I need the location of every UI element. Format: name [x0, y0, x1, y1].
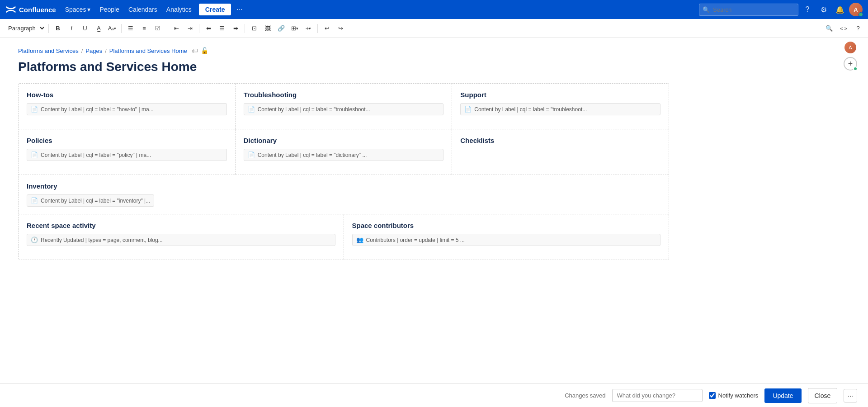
align-center-button[interactable]: ☰ — [216, 22, 228, 35]
toolbar-divider-6 — [317, 24, 318, 33]
inventory-cell: Inventory 📄 Content by Label | cql = lab… — [19, 175, 669, 214]
how-tos-title: How-tos — [27, 91, 227, 99]
how-tos-macro[interactable]: 📄 Content by Label | cql = label = "how-… — [27, 103, 227, 115]
troubleshooting-title: Troubleshooting — [244, 91, 444, 99]
document-icon-5: 📄 — [248, 151, 255, 158]
contributors-macro-text: Contributors | order = update | limit = … — [366, 237, 465, 243]
topnav-right: 🔍 ? ⚙ 🔔 A — [699, 2, 863, 17]
cursor-position — [460, 151, 464, 155]
right-float-panel: A + — [844, 41, 857, 71]
recent-activity-macro[interactable]: 🕐 Recently Updated | types = page, comme… — [27, 234, 335, 246]
dictionary-macro-text: Content by Label | cql = label = "dictio… — [258, 152, 367, 158]
toolbar-divider-1 — [48, 24, 49, 33]
search-wrap: 🔍 — [699, 4, 798, 16]
expand-button[interactable]: ⊡ — [248, 22, 260, 35]
inventory-title: Inventory — [27, 182, 660, 190]
restrict-icon[interactable]: 🔓 — [201, 47, 208, 54]
toolbar-divider-3 — [167, 24, 167, 33]
dictionary-title: Dictionary — [244, 137, 444, 144]
insert-table-button[interactable]: ⊞ ▾ — [288, 22, 301, 35]
document-icon-2: 📄 — [248, 106, 255, 113]
code-view-button[interactable]: < > — [837, 22, 850, 35]
search-replace-button[interactable]: 🔍 — [823, 22, 835, 35]
section-row-1: How-tos 📄 Content by Label | cql = label… — [19, 84, 669, 129]
toolbar-divider-5 — [245, 24, 245, 33]
document-icon-6: 📄 — [31, 197, 38, 204]
bullet-list-button[interactable]: ☰ — [124, 22, 137, 35]
section-row-2: Policies 📄 Content by Label | cql = labe… — [19, 129, 669, 175]
numbered-list-button[interactable]: ≡ — [138, 22, 151, 35]
breadcrumb-space-link[interactable]: Platforms and Services — [18, 47, 79, 54]
avatar-status-badge — [859, 12, 863, 17]
spaces-menu[interactable]: Spaces ▾ — [61, 4, 94, 15]
section-row-4: Recent space activity 🕐 Recently Updated… — [19, 214, 669, 260]
settings-icon[interactable]: ⚙ — [816, 2, 831, 17]
paragraph-style-select[interactable]: Paragraph — [4, 23, 46, 34]
underline-button[interactable]: U — [79, 22, 91, 35]
contributors-macro[interactable]: 👥 Contributors | order = update | limit … — [352, 234, 661, 246]
insert-more-button[interactable]: + ▾ — [302, 22, 315, 35]
breadcrumb-actions: 🏷 🔓 — [192, 47, 208, 54]
inventory-macro[interactable]: 📄 Content by Label | cql = label = "inve… — [27, 194, 154, 207]
logo-text: Confluence — [19, 6, 56, 14]
policies-cell: Policies 📄 Content by Label | cql = labe… — [19, 129, 236, 175]
breadcrumb-sep-1: / — [81, 47, 83, 54]
redo-button[interactable]: ↪ — [334, 22, 347, 35]
toolbar-divider-2 — [121, 24, 122, 33]
checklists-cell: Checklists — [452, 129, 669, 175]
text-format-button[interactable]: Aₐ ▾ — [106, 22, 118, 35]
recent-activity-macro-text: Recently Updated | types = page, comment… — [41, 237, 163, 243]
user-avatar-wrap: A — [849, 3, 863, 16]
recent-activity-title: Recent space activity — [27, 222, 335, 229]
section-row-3: Inventory 📄 Content by Label | cql = lab… — [19, 175, 669, 214]
toolbar-right: 🔍 < > ? — [823, 22, 864, 35]
undo-button[interactable]: ↩ — [321, 22, 333, 35]
search-input[interactable] — [699, 4, 798, 16]
outdent-button[interactable]: ⇤ — [170, 22, 183, 35]
analytics-menu[interactable]: Analytics — [163, 4, 195, 15]
inventory-macro-text: Content by Label | cql = label = "invent… — [41, 198, 150, 204]
dictionary-cell: Dictionary 📄 Content by Label | cql = la… — [236, 129, 453, 175]
policies-macro[interactable]: 📄 Content by Label | cql = label = "poli… — [27, 149, 227, 161]
create-button[interactable]: Create — [199, 4, 231, 15]
collaborator-avatar[interactable]: A — [844, 41, 857, 54]
align-right-button[interactable]: ➡ — [229, 22, 242, 35]
top-navigation: Confluence Spaces ▾ People Calendars Ana… — [0, 0, 868, 19]
help-toolbar-button[interactable]: ? — [852, 22, 864, 35]
people-menu[interactable]: People — [96, 4, 123, 15]
confluence-logo[interactable]: Confluence — [5, 4, 56, 15]
bold-button[interactable]: B — [52, 22, 64, 35]
how-tos-macro-text: Content by Label | cql = label = "how-to… — [41, 106, 154, 113]
indent-button[interactable]: ⇥ — [184, 22, 196, 35]
how-tos-cell: How-tos 📄 Content by Label | cql = label… — [19, 84, 236, 129]
document-icon-3: 📄 — [464, 106, 472, 113]
help-icon[interactable]: ? — [800, 2, 815, 17]
notifications-icon[interactable]: 🔔 — [833, 2, 847, 17]
support-cell: Support 📄 Content by Label | cql = label… — [452, 84, 669, 129]
document-icon-4: 📄 — [31, 151, 38, 158]
support-title: Support — [460, 91, 660, 99]
label-icon[interactable]: 🏷 — [192, 47, 198, 54]
align-left-button[interactable]: ⬅ — [202, 22, 215, 35]
task-list-button[interactable]: ☑ — [151, 22, 164, 35]
calendars-menu[interactable]: Calendars — [125, 4, 161, 15]
people-icon: 👥 — [356, 237, 363, 243]
insert-link-button[interactable]: 🔗 — [275, 22, 288, 35]
dictionary-macro[interactable]: 📄 Content by Label | cql = label = "dict… — [244, 149, 444, 161]
contributors-title: Space contributors — [352, 222, 661, 229]
clock-icon: 🕐 — [31, 237, 38, 243]
recent-activity-cell: Recent space activity 🕐 Recently Updated… — [19, 214, 344, 260]
breadcrumb-current-link[interactable]: Platforms and Services Home — [109, 47, 187, 54]
support-macro[interactable]: 📄 Content by Label | cql = label = "trou… — [460, 103, 660, 115]
text-color-button[interactable]: A̲ — [92, 22, 105, 35]
topnav-more-button[interactable]: ··· — [233, 4, 246, 15]
page-title: Platforms and Services Home — [18, 60, 669, 74]
insert-image-button[interactable]: 🖼 — [261, 22, 274, 35]
troubleshooting-macro[interactable]: 📄 Content by Label | cql = label = "trou… — [244, 103, 444, 115]
policies-macro-text: Content by Label | cql = label = "policy… — [41, 152, 151, 158]
italic-button[interactable]: I — [65, 22, 78, 35]
breadcrumb-pages-link[interactable]: Pages — [85, 47, 102, 54]
troubleshooting-macro-text: Content by Label | cql = label = "troubl… — [258, 106, 370, 113]
contributors-cell: Space contributors 👥 Contributors | orde… — [344, 214, 669, 260]
breadcrumb: Platforms and Services / Pages / Platfor… — [18, 47, 669, 54]
